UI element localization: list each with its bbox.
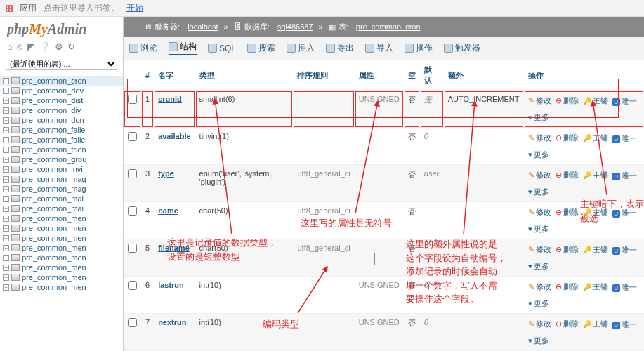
th-num[interactable]: #	[141, 60, 154, 91]
docs-icon[interactable]: ❔	[39, 41, 51, 52]
sidebar-item[interactable]: +pre_common_dist	[0, 95, 123, 105]
apps-label[interactable]: 应用	[20, 2, 37, 14]
modify-link[interactable]: 修改	[528, 244, 551, 255]
expand-icon[interactable]: +	[3, 206, 9, 212]
sidebar-item[interactable]: +pre_common_invi	[0, 164, 123, 174]
sidebar-item[interactable]: +pre_common_men	[0, 213, 123, 223]
th-def[interactable]: 默认	[420, 60, 444, 91]
sidebar-item[interactable]: +pre_common_diy_	[0, 105, 123, 115]
unique-link[interactable]: 唯一	[612, 133, 637, 144]
bc-db[interactable]: sql486587	[277, 22, 313, 31]
row-checkbox[interactable]	[128, 281, 137, 290]
sidebar-item[interactable]: +pre_common_men	[0, 282, 123, 292]
expand-icon[interactable]: +	[3, 107, 9, 114]
expand-icon[interactable]: +	[3, 225, 9, 232]
expand-icon[interactable]: +	[3, 157, 9, 163]
th-type[interactable]: 类型	[195, 60, 294, 91]
expand-icon[interactable]: +	[3, 196, 9, 202]
more-link[interactable]: 更多	[528, 261, 549, 272]
modify-link[interactable]: 修改	[528, 170, 551, 180]
sidebar-item[interactable]: +pre_common_mag	[0, 184, 123, 194]
sidebar-item[interactable]: +pre_common_men	[0, 233, 123, 243]
modify-link[interactable]: 修改	[528, 133, 551, 143]
row-checkbox[interactable]	[128, 95, 137, 104]
col-name[interactable]: nextrun	[158, 318, 186, 326]
more-link[interactable]: 更多	[528, 336, 549, 346]
tab-插入[interactable]: 插入	[287, 42, 315, 54]
delete-link[interactable]: 删除	[556, 319, 579, 329]
expand-icon[interactable]: +	[3, 88, 9, 94]
sidebar-item[interactable]: +pre_common_men	[0, 223, 123, 233]
row-checkbox[interactable]	[128, 318, 137, 327]
expand-icon[interactable]: +	[3, 255, 9, 261]
settings-icon[interactable]: ⚙	[55, 41, 63, 52]
more-link[interactable]: 更多	[528, 112, 549, 123]
expand-icon[interactable]: +	[3, 117, 9, 124]
expand-icon[interactable]: +	[3, 147, 9, 153]
delete-link[interactable]: 删除	[556, 95, 579, 106]
nav-toggle-icon[interactable]: ←	[131, 22, 138, 31]
col-name[interactable]: cronid	[158, 95, 182, 103]
delete-link[interactable]: 删除	[556, 133, 579, 143]
primary-link[interactable]: 主键	[583, 244, 608, 255]
home-icon[interactable]: ⌂	[7, 41, 13, 52]
tab-导出[interactable]: 导出	[326, 42, 354, 54]
th-name[interactable]: 名字	[154, 60, 195, 91]
sidebar-item[interactable]: +pre_common_mai	[0, 204, 123, 213]
delete-link[interactable]: 删除	[556, 282, 579, 292]
delete-link[interactable]: 删除	[556, 170, 579, 180]
th-extra[interactable]: 额外	[444, 60, 524, 91]
row-checkbox[interactable]	[128, 169, 137, 178]
primary-link[interactable]: 主键	[583, 282, 608, 292]
tab-浏览[interactable]: 浏览	[129, 42, 157, 54]
logout-icon[interactable]: ⎋	[17, 41, 22, 52]
tab-触发器[interactable]: 触发器	[444, 42, 480, 54]
modify-link[interactable]: 修改	[528, 207, 551, 218]
start-link[interactable]: 开始	[126, 2, 143, 14]
col-name[interactable]: name	[158, 206, 178, 215]
modify-link[interactable]: 修改	[528, 319, 551, 329]
expand-icon[interactable]: +	[3, 235, 9, 241]
modify-link[interactable]: 修改	[528, 95, 551, 106]
bc-server[interactable]: localhost	[188, 22, 218, 31]
th-ops[interactable]: 操作	[524, 60, 644, 91]
tab-搜索[interactable]: 搜索	[247, 42, 275, 54]
sidebar-item[interactable]: +pre_common_men	[0, 272, 123, 282]
sidebar-item[interactable]: +pre_common_men	[0, 253, 123, 263]
tab-操作[interactable]: 操作	[405, 42, 433, 54]
sidebar-item[interactable]: +pre_common_frien	[0, 145, 123, 154]
expand-icon[interactable]: +	[3, 265, 9, 271]
expand-icon[interactable]: +	[3, 245, 9, 251]
primary-link[interactable]: 主键	[583, 170, 608, 180]
primary-link[interactable]: 主键	[583, 319, 608, 329]
delete-link[interactable]: 删除	[556, 207, 579, 218]
expand-icon[interactable]: +	[3, 137, 9, 143]
sidebar-item[interactable]: +pre_common_don	[0, 115, 123, 125]
tab-结构[interactable]: 结构	[169, 41, 197, 55]
recent-tables-select[interactable]: (最近使用的表) ...	[6, 58, 117, 70]
unique-link[interactable]: 唯一	[612, 245, 637, 256]
expand-icon[interactable]: +	[3, 186, 9, 192]
row-checkbox[interactable]	[128, 206, 137, 216]
expand-icon[interactable]: +	[3, 166, 9, 173]
expand-icon[interactable]: +	[3, 176, 9, 183]
col-name[interactable]: filename	[158, 244, 190, 252]
logo[interactable]: phpMyAdmin	[0, 17, 123, 40]
sidebar-item[interactable]: +pre_common_men	[0, 243, 123, 253]
bc-table[interactable]: pre_common_cron	[356, 22, 421, 31]
expand-icon[interactable]: +	[3, 98, 9, 104]
primary-link[interactable]: 主键	[583, 133, 608, 143]
more-link[interactable]: 更多	[528, 298, 549, 309]
expand-icon[interactable]: +	[3, 216, 9, 222]
sidebar-item[interactable]: +pre_common_mag	[0, 174, 123, 184]
sidebar-item[interactable]: +pre_common_cron	[0, 76, 123, 86]
tab-SQL[interactable]: SQL	[208, 44, 236, 53]
sidebar-item[interactable]: +pre_common_faile	[0, 135, 123, 145]
col-name[interactable]: type	[158, 169, 174, 178]
sidebar-item[interactable]: +pre_common_mai	[0, 194, 123, 204]
more-link[interactable]: 更多	[528, 224, 549, 234]
more-link[interactable]: 更多	[528, 187, 549, 197]
primary-link[interactable]: 主键	[583, 95, 608, 106]
unique-link[interactable]: 唯一	[612, 319, 637, 330]
sql-icon[interactable]: ◩	[27, 41, 35, 52]
